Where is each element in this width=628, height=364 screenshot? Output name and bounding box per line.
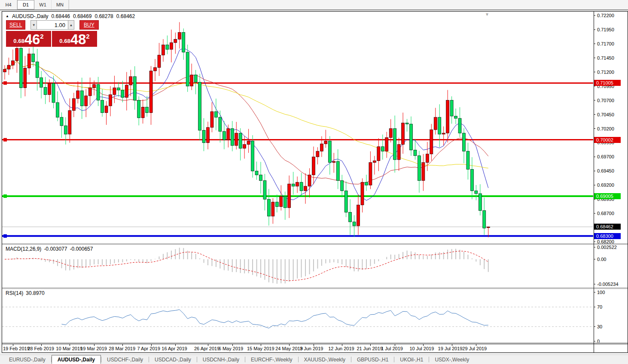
rsi-tick-label: 30 xyxy=(597,324,602,329)
collapse-triangle-icon[interactable]: ▲ xyxy=(6,14,9,18)
rsi-tick-label: 70 xyxy=(597,304,602,309)
time-tick-label: 28 Mar 2019 xyxy=(109,346,135,351)
rsi-pane[interactable]: RSI(14) 30.8970 10070300 xyxy=(2,289,628,343)
tab-usdcad-daily[interactable]: USDCAD-,Daily xyxy=(149,355,197,364)
hline-price-label: 0.71005 xyxy=(594,80,621,86)
ask-figure: 0.68 xyxy=(59,38,70,44)
chart-tab-bar: EURUSD-,DailyAUDUSD-,DailyUSDCHF-,DailyU… xyxy=(0,355,628,364)
time-tick-label: 10 Jul 2019 xyxy=(409,346,434,351)
bid-pipette: 2 xyxy=(40,33,43,40)
macd-value: -0.003077 xyxy=(44,246,67,252)
macd-name: MACD(12,26,9) xyxy=(6,246,41,252)
bid-figure: 0.68 xyxy=(13,38,24,44)
timeframe-toolbar: H4D1W1MN xyxy=(0,0,628,10)
rsi-label: RSI(14) 30.8970 xyxy=(6,290,45,296)
ohlc-low: 0.68278 xyxy=(95,13,113,19)
price-tick-label: 0.72200 xyxy=(597,13,614,18)
time-tick-label: 10 Mar 2019 xyxy=(56,346,82,351)
timeframe-button-w1[interactable]: W1 xyxy=(34,0,52,9)
price-tick-label: 0.68700 xyxy=(597,211,614,216)
ohlc-close: 0.68462 xyxy=(116,13,135,19)
macd-canvas[interactable]: 0.0025220.00-0.005234 xyxy=(2,245,628,288)
time-tick-label: 28 Feb 2019 xyxy=(27,346,54,351)
tab-eurusd-daily[interactable]: EURUSD-,Daily xyxy=(3,355,51,364)
volume-input[interactable] xyxy=(37,20,68,30)
macd-tick-label: -0.005234 xyxy=(597,282,619,287)
tab-eurchf-weekly[interactable]: EURCHF-,Weekly xyxy=(245,355,298,364)
time-tick-label: 21 Jun 2019 xyxy=(357,346,383,351)
ask-quote[interactable]: 0.68 48 2 xyxy=(52,31,97,47)
price-tick-label: 0.68200 xyxy=(597,239,614,243)
ask-pips: 48 xyxy=(70,33,86,46)
sell-button[interactable]: SELL xyxy=(6,20,25,30)
timeframe-button-h4[interactable]: H4 xyxy=(0,0,17,9)
price-tick-label: 0.71950 xyxy=(597,27,614,32)
price-tick-label: 0.71200 xyxy=(597,70,614,75)
time-tick-label: 7 Apr 2019 xyxy=(137,346,160,351)
price-tick-label: 0.69200 xyxy=(597,182,614,188)
hline-price-label: 0.70002 xyxy=(594,137,621,143)
current-price-label: 0.68462 xyxy=(594,224,621,230)
time-tick-label: 19 Feb 2019 xyxy=(3,346,30,351)
time-tick-label: 19 Mar 2019 xyxy=(80,346,107,351)
tab-usdcnh-daily[interactable]: USDCNH-,Daily xyxy=(197,355,245,364)
price-tick-label: 0.71450 xyxy=(597,55,614,61)
time-tick-label: 29 Jul 2019 xyxy=(462,346,487,351)
rsi-tick-label: 100 xyxy=(597,290,605,295)
tab-xauusd-weekly[interactable]: XAUUSD-,Weekly xyxy=(299,355,351,364)
time-tick-label: 12 Jun 2019 xyxy=(328,346,354,351)
macd-label: MACD(12,26,9) -0.003077 -0.000657 xyxy=(6,246,93,252)
scroll-to-end-icon[interactable]: ▼ xyxy=(485,12,489,17)
price-tick-label: 0.69450 xyxy=(597,168,614,173)
mt4-terminal: H4D1W1MN ▲ AUDUSD-,Daily 0.68446 0.68469… xyxy=(0,0,628,364)
tab-audusd-daily[interactable]: AUDUSD-,Daily xyxy=(52,355,101,364)
price-tick-label: 0.69700 xyxy=(597,154,614,159)
rsi-name: RSI(14) xyxy=(6,290,23,296)
time-tick-label: 1 Jul 2019 xyxy=(381,346,403,351)
time-tick-label: 24 May 2019 xyxy=(275,346,303,351)
rsi-tick-label: 0 xyxy=(597,339,600,343)
rsi-canvas[interactable]: 10070300 xyxy=(2,289,628,343)
price-tick-label: 0.71700 xyxy=(597,41,614,46)
volume-increase-button[interactable]: ▲ xyxy=(68,20,74,30)
bid-quote[interactable]: 0.68 46 2 xyxy=(6,31,51,47)
ohlc-open: 0.68446 xyxy=(52,13,70,19)
one-click-trade-panel: SELL ▼ ▲ BUY 0.68 46 2 0.68 xyxy=(6,20,99,47)
volume-decrease-button[interactable]: ▼ xyxy=(30,20,37,30)
timeframe-button-d1[interactable]: D1 xyxy=(17,0,34,9)
price-tick-label: 0.70200 xyxy=(597,126,614,131)
time-tick-label: 3 Jun 2019 xyxy=(300,346,323,351)
macd-signal-value: -0.000657 xyxy=(70,246,93,252)
rsi-value: 30.8970 xyxy=(26,290,44,296)
time-tick-label: 26 Apr 2019 xyxy=(194,346,219,351)
buy-button[interactable]: BUY xyxy=(79,20,99,30)
bid-pips: 46 xyxy=(24,33,40,46)
time-tick-label: 6 May 2019 xyxy=(219,346,243,351)
macd-tick-label: 0.00 xyxy=(597,257,606,262)
ohlc-high: 0.68469 xyxy=(73,13,91,19)
price-pane[interactable]: ▲ AUDUSD-,Daily 0.68446 0.68469 0.68278 … xyxy=(2,12,628,243)
hline-price-label: 0.69005 xyxy=(594,193,621,199)
time-tick-label: 15 May 2019 xyxy=(247,346,274,351)
price-axis-border xyxy=(594,12,594,352)
hline-price-label: 0.68300 xyxy=(594,233,621,239)
tab-ukoil-h1[interactable]: UKOil-,H1 xyxy=(394,355,429,364)
ask-pipette: 2 xyxy=(86,33,89,40)
price-tick-label: 0.70450 xyxy=(597,112,614,117)
tab-usdchf-daily[interactable]: USDCHF-,Daily xyxy=(101,355,149,364)
tab-gbpusd-h1[interactable]: GBPUSD-,H1 xyxy=(351,355,394,364)
time-tick-label: 16 Apr 2019 xyxy=(162,346,187,351)
price-tick-label: 0.70700 xyxy=(597,98,614,103)
time-tick-label: 19 Jul 2019 xyxy=(438,346,463,351)
chart-window: ▲ AUDUSD-,Daily 0.68446 0.68469 0.68278 … xyxy=(2,11,628,353)
macd-tick-label: 0.002522 xyxy=(597,245,617,250)
timeframe-button-mn[interactable]: MN xyxy=(52,0,69,9)
toolbar-spacer xyxy=(69,0,628,9)
macd-pane[interactable]: MACD(12,26,9) -0.003077 -0.000657 0.0025… xyxy=(2,245,628,288)
symbol-name: AUDUSD-,Daily xyxy=(12,13,49,19)
chart-title: ▲ AUDUSD-,Daily 0.68446 0.68469 0.68278 … xyxy=(6,13,135,19)
tab-usdx-weekly[interactable]: USDX-,Weekly xyxy=(429,355,475,364)
time-axis[interactable]: 19 Feb 201928 Feb 201910 Mar 201919 Mar … xyxy=(2,344,628,352)
